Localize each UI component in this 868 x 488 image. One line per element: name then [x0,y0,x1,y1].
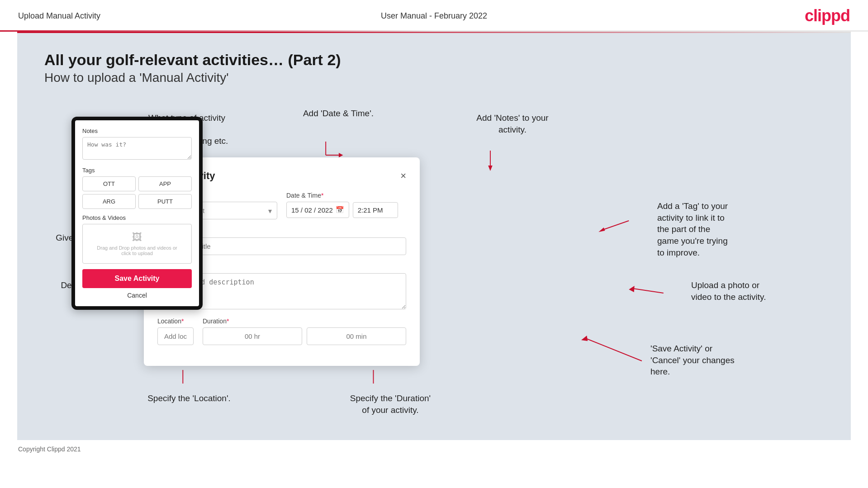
location-duration-row: Location* Duration* [157,317,406,345]
page-subtitle: How to upload a 'Manual Activity' [44,71,824,85]
save-annotation: 'Save Activity' or 'Cancel' your changes… [650,343,768,378]
datetime-label: Date & Time* [286,192,406,199]
location-group: Location* [157,317,194,345]
svg-marker-25 [581,336,588,341]
phone-mockup: Notes Tags OTT APP ARG PUTT Photos & Vid… [71,117,203,310]
date-annotation: Add 'Date & Time'. [298,108,379,119]
photo-upload-text: Drag and Drop photos and videos or click… [90,245,184,256]
tag-annotation: Add a 'Tag' to your activity to link it … [657,200,761,258]
main-content: All your golf-relevant activities… (Part… [17,33,851,440]
page-label: Upload Manual Activity [18,11,100,21]
top-bar: Upload Manual Activity User Manual - Feb… [0,0,868,32]
close-button[interactable]: × [400,171,406,181]
duration-min-input[interactable] [307,327,406,345]
tag-ott[interactable]: OTT [82,176,136,191]
datetime-group: Date & Time* 15 / 02 / 2022 📅 2:21 PM [286,192,406,219]
svg-line-22 [633,289,664,293]
location-label: Location* [157,317,194,325]
phone-inner: Notes Tags OTT APP ARG PUTT Photos & Vid… [75,120,199,306]
svg-marker-5 [339,153,343,157]
tag-arg[interactable]: ARG [82,194,136,209]
photo-annotation: Upload a photo or video to the activity. [691,280,795,303]
tags-label: Tags [82,167,192,174]
duration-inputs [203,327,406,345]
duration-annotation: Specify the 'Duration' of your activity. [343,393,438,416]
photo-upload-area[interactable]: 🖼 Drag and Drop photos and videos or cli… [82,224,192,264]
date-input[interactable]: 15 / 02 / 2022 📅 [286,202,349,218]
calendar-icon: 📅 [336,206,344,214]
notes-annotation: Add 'Notes' to your activity. [470,112,555,135]
time-input[interactable]: 2:21 PM [353,202,398,218]
logo: clippd [805,6,850,25]
cancel-button[interactable]: Cancel [82,292,192,299]
svg-line-20 [603,221,629,230]
save-activity-button[interactable]: Save Activity [82,269,192,288]
svg-marker-21 [598,227,605,232]
photo-icon: 🖼 [90,232,184,243]
photos-label: Photos & Videos [82,214,192,221]
copyright: Copyright Clippd 2021 [0,440,868,458]
notes-textarea[interactable] [82,137,192,160]
duration-hr-input[interactable] [203,327,302,345]
duration-group: Duration* [203,317,406,345]
location-annotation: Specify the 'Location'. [146,393,232,404]
page-title: All your golf-relevant activities… (Part… [44,51,824,69]
svg-marker-19 [488,166,493,171]
location-input[interactable] [157,327,194,345]
duration-label: Duration* [203,317,406,325]
manual-label: User Manual - February 2022 [381,11,487,21]
tag-putt[interactable]: PUTT [138,194,192,209]
tags-grid: OTT APP ARG PUTT [82,176,192,209]
notes-label: Notes [82,128,192,134]
svg-line-24 [586,338,642,361]
svg-marker-23 [629,286,634,292]
tag-app[interactable]: APP [138,176,192,191]
date-time-group: 15 / 02 / 2022 📅 2:21 PM [286,202,406,218]
